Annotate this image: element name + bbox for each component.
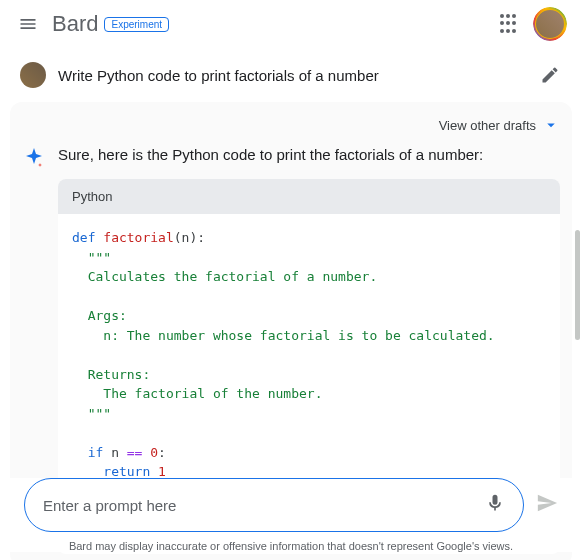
response-intro: Sure, here is the Python code to print t… <box>58 146 560 163</box>
code-language-label: Python <box>58 179 560 214</box>
experiment-badge: Experiment <box>104 17 169 32</box>
brand-name: Bard <box>52 11 98 37</box>
user-avatar[interactable] <box>534 8 566 40</box>
hamburger-icon <box>18 14 38 34</box>
drafts-label: View other drafts <box>439 118 536 133</box>
send-icon <box>536 492 558 514</box>
disclaimer-text: Bard may display inaccurate or offensive… <box>24 540 558 552</box>
microphone-icon <box>485 493 505 513</box>
brand: Bard Experiment <box>52 11 169 37</box>
app-header: Bard Experiment <box>0 0 582 48</box>
input-row: Enter a prompt here <box>24 478 558 532</box>
send-button[interactable] <box>536 492 558 518</box>
prompt-avatar <box>20 62 46 88</box>
apps-icon[interactable] <box>500 14 520 34</box>
menu-button[interactable] <box>16 12 40 36</box>
user-prompt-row: Write Python code to print factorials of… <box>8 48 574 102</box>
pencil-icon <box>540 65 560 85</box>
bard-spark-icon <box>22 146 46 170</box>
input-area: Enter a prompt here Bard may display ina… <box>0 478 582 552</box>
header-right <box>500 8 566 40</box>
prompt-left: Write Python code to print factorials of… <box>20 62 379 88</box>
microphone-button[interactable] <box>485 493 505 517</box>
view-drafts-button[interactable]: View other drafts <box>22 116 560 134</box>
header-left: Bard Experiment <box>16 11 169 37</box>
scrollbar[interactable] <box>575 230 580 340</box>
chevron-down-icon <box>542 116 560 134</box>
prompt-input[interactable]: Enter a prompt here <box>24 478 524 532</box>
edit-prompt-button[interactable] <box>538 63 562 87</box>
prompt-text: Write Python code to print factorials of… <box>58 67 379 84</box>
input-placeholder: Enter a prompt here <box>43 497 176 514</box>
